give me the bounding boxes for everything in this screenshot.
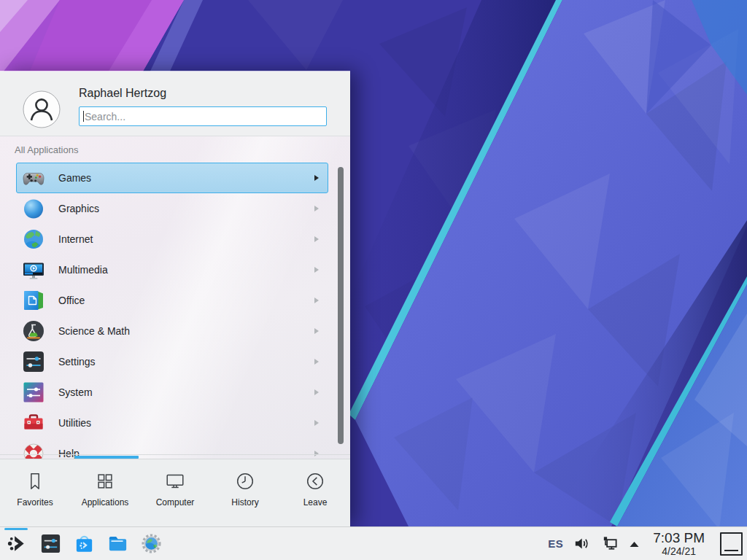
science-icon bbox=[22, 319, 45, 343]
tab-label: Leave bbox=[303, 497, 328, 508]
discover-icon bbox=[73, 532, 96, 555]
submenu-arrow-icon bbox=[314, 236, 319, 242]
application-launcher-button[interactable] bbox=[0, 527, 34, 560]
launcher-header: Raphael Hertzog Search... bbox=[0, 71, 350, 136]
scrollbar[interactable] bbox=[338, 167, 344, 444]
user-name: Raphael Hertzog bbox=[79, 87, 166, 100]
menu-item-label: Graphics bbox=[58, 203, 99, 214]
submenu-arrow-icon bbox=[314, 267, 319, 273]
menu-item-games[interactable]: Games bbox=[16, 163, 328, 193]
menu-item-multimedia[interactable]: Multimedia bbox=[16, 254, 328, 285]
system-settings-task-button[interactable] bbox=[34, 527, 67, 560]
volume-icon[interactable] bbox=[573, 534, 591, 553]
menu-item-label: System bbox=[58, 386, 93, 398]
internet-icon bbox=[22, 228, 45, 251]
submenu-arrow-icon bbox=[314, 206, 319, 211]
utilities-icon bbox=[22, 411, 45, 435]
menu-item-label: Games bbox=[58, 172, 91, 184]
launcher-open-indicator bbox=[4, 528, 28, 530]
clock-date: 4/24/21 bbox=[662, 546, 696, 556]
history-icon bbox=[234, 470, 256, 492]
menu-item-graphics[interactable]: Graphics bbox=[16, 193, 328, 224]
menu-item-label: Science & Math bbox=[58, 325, 130, 337]
leave-icon bbox=[304, 470, 326, 492]
menu-item-settings[interactable]: Settings bbox=[16, 346, 328, 377]
system-tray: ES 7:03 PM 4/24/21 bbox=[548, 531, 747, 556]
menu-item-label: Office bbox=[58, 295, 85, 306]
menu-item-label: Utilities bbox=[58, 417, 91, 429]
menu-item-utilities[interactable]: Utilities bbox=[16, 408, 328, 438]
menu-item-label: Settings bbox=[58, 356, 96, 368]
konqueror-icon bbox=[140, 532, 163, 555]
show-desktop-widget[interactable] bbox=[720, 532, 743, 556]
launcher-footer-tabs: Favorites Applications Computer bbox=[0, 459, 350, 526]
tab-leave[interactable]: Leave bbox=[280, 459, 350, 526]
tab-favorites[interactable]: Favorites bbox=[0, 459, 70, 526]
taskbar-panel: ES 7:03 PM 4/24/21 bbox=[0, 526, 747, 560]
menu-item-help[interactable]: Help bbox=[16, 438, 328, 459]
system-settings-icon bbox=[39, 532, 62, 555]
application-launcher-menu: Raphael Hertzog Search... All Applicatio… bbox=[0, 71, 350, 526]
games-icon bbox=[22, 166, 45, 190]
tab-label: Computer bbox=[156, 497, 195, 508]
submenu-arrow-icon bbox=[314, 298, 319, 303]
system-icon bbox=[22, 381, 45, 404]
tab-history[interactable]: History bbox=[210, 459, 280, 526]
submenu-arrow-icon bbox=[314, 451, 319, 456]
submenu-arrow-icon bbox=[314, 359, 319, 365]
text-cursor bbox=[83, 111, 84, 122]
menu-item-label: Multimedia bbox=[58, 264, 108, 276]
konqueror-task-button[interactable] bbox=[134, 527, 168, 560]
launcher-body: All Applications bbox=[0, 136, 350, 459]
dolphin-task-button[interactable] bbox=[101, 527, 134, 560]
clock-time: 7:03 PM bbox=[653, 531, 705, 545]
settings-icon bbox=[22, 350, 45, 373]
applications-icon bbox=[94, 470, 116, 492]
section-label: All Applications bbox=[15, 144, 78, 155]
tab-applications[interactable]: Applications bbox=[70, 459, 140, 526]
menu-item-science-math[interactable]: Science & Math bbox=[16, 316, 328, 346]
active-tab-indicator bbox=[74, 456, 139, 459]
favorites-icon bbox=[24, 470, 46, 492]
dolphin-icon bbox=[107, 532, 129, 555]
help-icon bbox=[22, 442, 45, 459]
submenu-arrow-icon bbox=[314, 328, 319, 334]
submenu-arrow-icon bbox=[314, 420, 319, 426]
application-launcher-icon bbox=[6, 532, 28, 555]
discover-task-button[interactable] bbox=[67, 527, 101, 560]
menu-item-internet[interactable]: Internet bbox=[16, 224, 328, 254]
expand-tray-icon[interactable] bbox=[628, 540, 640, 548]
menu-item-system[interactable]: System bbox=[16, 377, 328, 408]
keyboard-layout-indicator[interactable]: ES bbox=[548, 537, 563, 550]
tab-label: History bbox=[231, 497, 258, 508]
tab-label: Applications bbox=[82, 497, 129, 508]
computer-icon bbox=[164, 470, 186, 492]
office-icon bbox=[22, 289, 45, 312]
tab-label: Favorites bbox=[17, 497, 53, 508]
submenu-arrow-icon bbox=[314, 175, 319, 181]
menu-item-office[interactable]: Office bbox=[16, 285, 328, 316]
submenu-arrow-icon bbox=[314, 389, 319, 395]
multimedia-icon bbox=[22, 258, 45, 281]
tab-computer[interactable]: Computer bbox=[140, 459, 210, 526]
search-input[interactable]: Search... bbox=[79, 106, 327, 126]
application-category-list: Games Graphics bbox=[16, 163, 328, 459]
digital-clock[interactable]: 7:03 PM 4/24/21 bbox=[653, 531, 705, 556]
search-placeholder: Search... bbox=[85, 111, 125, 122]
menu-item-label: Internet bbox=[58, 233, 93, 245]
avatar[interactable] bbox=[23, 90, 61, 128]
network-icon[interactable] bbox=[600, 534, 619, 553]
graphics-icon bbox=[22, 197, 45, 220]
